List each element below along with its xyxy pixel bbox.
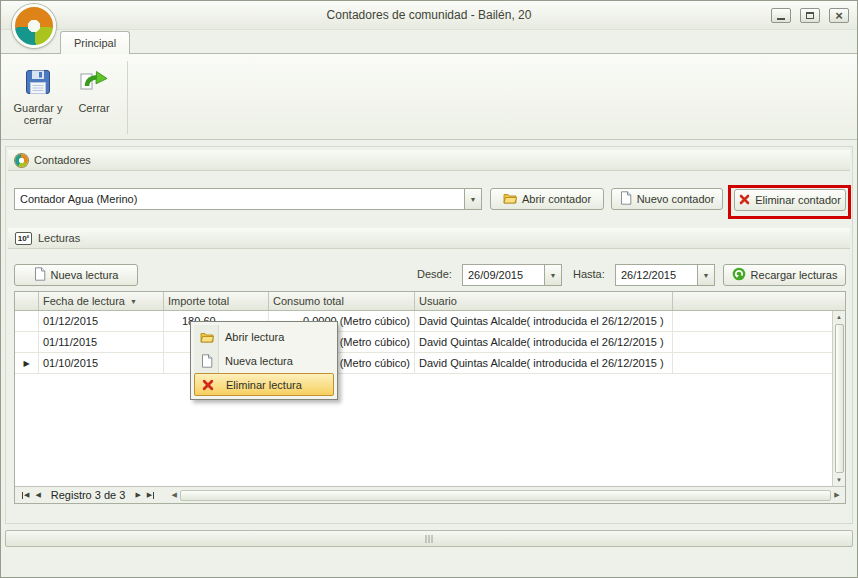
cell-usuario[interactable]: David Quintas Alcalde( introducida el 26… [415,353,673,373]
grid-horizontal-scrollbar[interactable]: ◀ ▶ [168,489,843,502]
column-header-empty [673,292,845,310]
close-button[interactable]: × [829,8,849,23]
window-controls: × [771,8,849,23]
column-header-label: Fecha de lectura [43,295,125,307]
hasta-label: Hasta: [573,268,605,280]
bar-icon [22,492,23,499]
chevron-down-icon: ▼ [703,272,710,279]
column-header-label: Importe total [168,295,229,307]
new-document-icon [620,191,632,207]
desde-dropdown-button[interactable]: ▼ [544,265,561,285]
column-header-usuario[interactable]: Usuario [415,292,673,310]
scroll-right-icon[interactable]: ▶ [831,491,843,499]
guardar-y-cerrar-label: Guardar y cerrar [9,102,67,126]
contador-combo-dropdown-button[interactable]: ▼ [464,189,481,209]
contador-combo-value: Contador Agua (Merino) [15,193,464,205]
cell-usuario[interactable]: David Quintas Alcalde( introducida el 26… [415,311,673,331]
title-bar[interactable]: Contadores de comunidad - Bailén, 20 × [1,1,857,30]
window-title: Contadores de comunidad - Bailén, 20 [1,1,857,30]
cell-empty [673,332,845,352]
desde-date-picker[interactable]: 26/09/2015 ▼ [462,264,562,286]
cell-text: David Quintas Alcalde( introducida el 26… [419,336,664,348]
table-row[interactable]: 01/11/2015 0,0000 (Metro cúbico) David Q… [15,332,845,353]
lecturas-icon: 10² [15,232,32,245]
cell-empty [673,353,845,373]
bar-icon [153,492,154,499]
scrollbar-thumb[interactable] [835,324,844,473]
first-record-button[interactable]: ◀ [22,491,29,499]
minimize-button[interactable] [771,8,791,23]
desde-date-value: 26/09/2015 [463,269,544,281]
nuevo-contador-label: Nuevo contador [637,193,715,205]
cell-empty [673,311,845,331]
save-icon [24,65,52,99]
next-record-button[interactable]: ▶ [135,491,140,499]
form-horizontal-scrollbar[interactable] [5,530,853,547]
cell-fecha[interactable]: 01/11/2015 [39,332,164,352]
scroll-left-icon[interactable]: ◀ [168,491,180,499]
cell-text: David Quintas Alcalde( introducida el 26… [419,357,664,369]
minimize-icon [777,18,785,20]
tab-label: Principal [74,37,116,49]
main-panel: Contadores Contador Agua (Merino) ▼ Abri… [5,146,853,524]
column-header-label: Usuario [419,295,457,307]
refresh-icon [732,267,746,283]
column-header-label: Consumo total [273,295,344,307]
column-header-consumo[interactable]: Consumo total [269,292,415,310]
open-folder-icon [198,331,215,343]
eliminar-contador-label: Eliminar contador [755,194,841,206]
last-record-button[interactable]: ▶ [147,491,154,499]
eliminar-contador-button[interactable]: Eliminar contador [734,189,846,211]
table-row[interactable]: ▶ 01/10/2015 0,0000 (Metro cúbico) David… [15,353,845,374]
cerrar-label: Cerrar [78,102,109,114]
column-header-fecha[interactable]: Fecha de lectura ▼ [39,292,164,310]
row-indicator-cell [15,311,39,331]
scroll-down-icon[interactable]: ▼ [836,474,842,486]
row-indicator-cell: ▶ [15,353,39,373]
filter-dropdown-icon[interactable]: ▼ [130,298,137,305]
cell-text: David Quintas Alcalde( introducida el 26… [419,315,664,327]
close-icon: × [835,10,843,22]
scroll-up-icon[interactable]: ▲ [836,311,842,323]
row-indicator-header [15,292,39,310]
prev-record-button[interactable]: ◀ [35,491,40,499]
column-header-importe[interactable]: Importe total [164,292,269,310]
lecturas-grid: Fecha de lectura ▼ Importe total Consumo… [14,291,846,504]
tab-principal[interactable]: Principal [60,31,130,54]
row-indicator-cell [15,332,39,352]
recargar-lecturas-button[interactable]: Recargar lecturas [723,264,846,286]
nueva-lectura-label: Nueva lectura [51,269,119,281]
scrollbar-track[interactable] [180,490,831,501]
new-document-icon [34,267,46,283]
record-counter: Registro 3 de 3 [47,489,130,501]
contador-combobox[interactable]: Contador Agua (Merino) ▼ [14,188,482,210]
app-logo-icon[interactable] [12,4,56,48]
chevron-down-icon: ▼ [470,196,477,203]
cerrar-button[interactable]: Cerrar [69,58,119,137]
abrir-contador-label: Abrir contador [522,193,591,205]
menu-item-label: Nueva lectura [225,355,293,367]
abrir-contador-button[interactable]: Abrir contador [490,188,604,210]
cell-fecha[interactable]: 01/10/2015 [39,353,164,373]
chevron-down-icon: ▼ [550,272,557,279]
guardar-y-cerrar-button[interactable]: Guardar y cerrar [9,58,67,137]
lecturas-group-header: 10² Lecturas [8,228,850,249]
menu-item-eliminar-lectura[interactable]: Eliminar lectura [194,373,334,396]
menu-item-label: Eliminar lectura [226,379,302,391]
cell-fecha[interactable]: 01/12/2015 [39,311,164,331]
menu-item-abrir-lectura[interactable]: Abrir lectura [194,325,334,349]
menu-item-label: Abrir lectura [225,331,284,343]
nueva-lectura-button[interactable]: Nueva lectura [14,264,138,286]
grid-vertical-scrollbar[interactable]: ▲ ▼ [832,311,845,486]
close-form-arrow-icon [79,65,109,99]
scrollbar-grip-icon[interactable] [426,535,433,543]
cell-usuario[interactable]: David Quintas Alcalde( introducida el 26… [415,332,673,352]
menu-item-nueva-lectura[interactable]: Nueva lectura [194,349,334,373]
hasta-date-picker[interactable]: 26/12/2015 ▼ [615,264,715,286]
table-row[interactable]: 01/12/2015 180,60 0,0000 (Metro cúbico) … [15,311,845,332]
nuevo-contador-button[interactable]: Nuevo contador [611,188,723,210]
cell-text: 01/11/2015 [43,336,97,348]
app-window: Contadores de comunidad - Bailén, 20 × P… [0,0,858,578]
restore-button[interactable] [800,8,820,23]
hasta-dropdown-button[interactable]: ▼ [697,265,714,285]
